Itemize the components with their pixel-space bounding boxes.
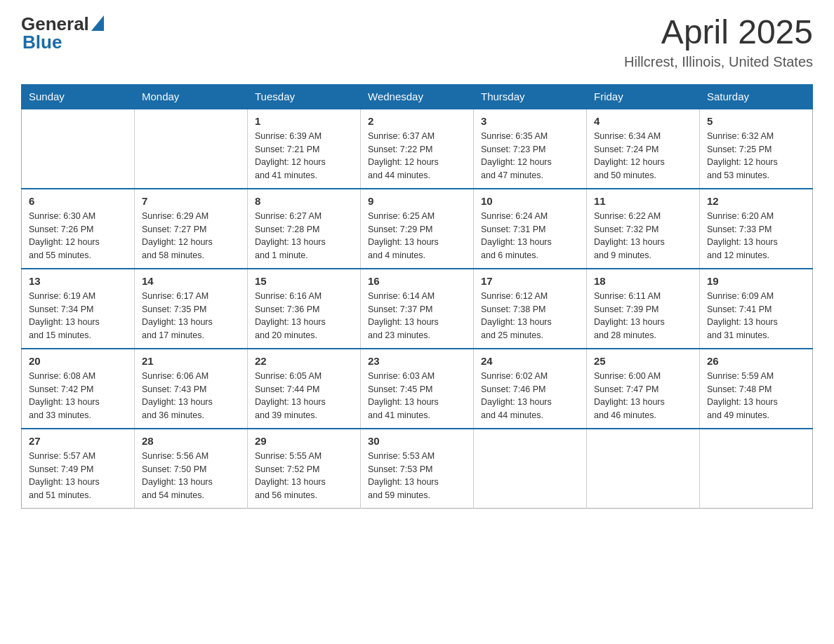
day-number: 4 [594,115,692,127]
day-info: Sunrise: 6:17 AMSunset: 7:35 PMDaylight:… [142,290,240,342]
calendar-header-wednesday: Wednesday [361,84,474,109]
logo-general: General [21,15,89,33]
day-info: Sunrise: 6:16 AMSunset: 7:36 PMDaylight:… [255,290,353,342]
day-number: 14 [142,275,240,287]
day-number: 18 [594,275,692,287]
day-info: Sunrise: 6:32 AMSunset: 7:25 PMDaylight:… [707,130,805,182]
day-info: Sunrise: 5:57 AMSunset: 7:49 PMDaylight:… [29,450,127,502]
calendar-header-thursday: Thursday [474,84,587,109]
calendar-header-saturday: Saturday [700,84,813,109]
calendar-cell: 24Sunrise: 6:02 AMSunset: 7:46 PMDayligh… [474,349,587,429]
calendar-cell: 15Sunrise: 6:16 AMSunset: 7:36 PMDayligh… [248,269,361,349]
calendar-cell: 8Sunrise: 6:27 AMSunset: 7:28 PMDaylight… [248,189,361,269]
calendar-cell: 16Sunrise: 6:14 AMSunset: 7:37 PMDayligh… [361,269,474,349]
calendar-cell: 9Sunrise: 6:25 AMSunset: 7:29 PMDaylight… [361,189,474,269]
day-number: 8 [255,195,353,207]
calendar-table: SundayMondayTuesdayWednesdayThursdayFrid… [21,84,813,509]
calendar-cell: 12Sunrise: 6:20 AMSunset: 7:33 PMDayligh… [700,189,813,269]
day-info: Sunrise: 6:08 AMSunset: 7:42 PMDaylight:… [29,370,127,422]
calendar-cell: 23Sunrise: 6:03 AMSunset: 7:45 PMDayligh… [361,349,474,429]
calendar-cell: 29Sunrise: 5:55 AMSunset: 7:52 PMDayligh… [248,429,361,509]
day-info: Sunrise: 6:06 AMSunset: 7:43 PMDaylight:… [142,370,240,422]
calendar-week-row: 13Sunrise: 6:19 AMSunset: 7:34 PMDayligh… [22,269,813,349]
calendar-cell: 5Sunrise: 6:32 AMSunset: 7:25 PMDaylight… [700,109,813,189]
day-number: 3 [481,115,579,127]
day-number: 16 [368,275,466,287]
day-number: 12 [707,195,805,207]
day-number: 10 [481,195,579,207]
calendar-cell: 17Sunrise: 6:12 AMSunset: 7:38 PMDayligh… [474,269,587,349]
day-number: 20 [29,355,127,367]
calendar-cell [22,109,135,189]
title-block: April 2025 Hillcrest, Illinois, United S… [624,14,813,70]
day-info: Sunrise: 6:05 AMSunset: 7:44 PMDaylight:… [255,370,353,422]
page-subtitle: Hillcrest, Illinois, United States [624,54,813,70]
calendar-header-tuesday: Tuesday [248,84,361,109]
calendar-cell: 30Sunrise: 5:53 AMSunset: 7:53 PMDayligh… [361,429,474,509]
calendar-cell: 25Sunrise: 6:00 AMSunset: 7:47 PMDayligh… [587,349,700,429]
calendar-header-monday: Monday [135,84,248,109]
calendar-cell: 28Sunrise: 5:56 AMSunset: 7:50 PMDayligh… [135,429,248,509]
calendar-cell: 11Sunrise: 6:22 AMSunset: 7:32 PMDayligh… [587,189,700,269]
day-info: Sunrise: 6:12 AMSunset: 7:38 PMDaylight:… [481,290,579,342]
day-number: 7 [142,195,240,207]
day-info: Sunrise: 5:56 AMSunset: 7:50 PMDaylight:… [142,450,240,502]
day-number: 27 [29,435,127,447]
calendar-cell: 1Sunrise: 6:39 AMSunset: 7:21 PMDaylight… [248,109,361,189]
day-info: Sunrise: 6:02 AMSunset: 7:46 PMDaylight:… [481,370,579,422]
day-number: 13 [29,275,127,287]
day-info: Sunrise: 6:22 AMSunset: 7:32 PMDaylight:… [594,210,692,262]
calendar-header-friday: Friday [587,84,700,109]
calendar-week-row: 27Sunrise: 5:57 AMSunset: 7:49 PMDayligh… [22,429,813,509]
calendar-cell: 7Sunrise: 6:29 AMSunset: 7:27 PMDaylight… [135,189,248,269]
calendar-cell: 22Sunrise: 6:05 AMSunset: 7:44 PMDayligh… [248,349,361,429]
day-info: Sunrise: 5:55 AMSunset: 7:52 PMDaylight:… [255,450,353,502]
day-number: 26 [707,355,805,367]
day-info: Sunrise: 6:24 AMSunset: 7:31 PMDaylight:… [481,210,579,262]
day-number: 23 [368,355,466,367]
day-number: 17 [481,275,579,287]
calendar-cell: 2Sunrise: 6:37 AMSunset: 7:22 PMDaylight… [361,109,474,189]
calendar-header-sunday: Sunday [22,84,135,109]
calendar-cell: 10Sunrise: 6:24 AMSunset: 7:31 PMDayligh… [474,189,587,269]
calendar-cell: 18Sunrise: 6:11 AMSunset: 7:39 PMDayligh… [587,269,700,349]
day-info: Sunrise: 6:14 AMSunset: 7:37 PMDaylight:… [368,290,466,342]
page-title: April 2025 [624,14,813,51]
day-number: 30 [368,435,466,447]
day-info: Sunrise: 6:09 AMSunset: 7:41 PMDaylight:… [707,290,805,342]
day-info: Sunrise: 6:34 AMSunset: 7:24 PMDaylight:… [594,130,692,182]
day-info: Sunrise: 6:00 AMSunset: 7:47 PMDaylight:… [594,370,692,422]
calendar-cell: 27Sunrise: 5:57 AMSunset: 7:49 PMDayligh… [22,429,135,509]
day-info: Sunrise: 5:53 AMSunset: 7:53 PMDaylight:… [368,450,466,502]
day-number: 2 [368,115,466,127]
calendar-week-row: 20Sunrise: 6:08 AMSunset: 7:42 PMDayligh… [22,349,813,429]
day-number: 9 [368,195,466,207]
day-info: Sunrise: 6:19 AMSunset: 7:34 PMDaylight:… [29,290,127,342]
logo: General Blue [21,14,104,51]
calendar-cell [135,109,248,189]
day-info: Sunrise: 6:27 AMSunset: 7:28 PMDaylight:… [255,210,353,262]
day-number: 11 [594,195,692,207]
day-number: 25 [594,355,692,367]
day-info: Sunrise: 6:30 AMSunset: 7:26 PMDaylight:… [29,210,127,262]
svg-marker-0 [91,15,104,31]
day-number: 1 [255,115,353,127]
calendar-header-row: SundayMondayTuesdayWednesdayThursdayFrid… [22,84,813,109]
calendar-cell: 19Sunrise: 6:09 AMSunset: 7:41 PMDayligh… [700,269,813,349]
day-number: 21 [142,355,240,367]
calendar-cell: 14Sunrise: 6:17 AMSunset: 7:35 PMDayligh… [135,269,248,349]
calendar-week-row: 6Sunrise: 6:30 AMSunset: 7:26 PMDaylight… [22,189,813,269]
day-number: 6 [29,195,127,207]
day-number: 29 [255,435,353,447]
day-info: Sunrise: 6:37 AMSunset: 7:22 PMDaylight:… [368,130,466,182]
day-info: Sunrise: 6:29 AMSunset: 7:27 PMDaylight:… [142,210,240,262]
page-header: General Blue April 2025 Hillcrest, Illin… [21,14,813,70]
calendar-cell: 4Sunrise: 6:34 AMSunset: 7:24 PMDaylight… [587,109,700,189]
logo-blue: Blue [22,33,104,51]
calendar-cell [474,429,587,509]
calendar-cell: 21Sunrise: 6:06 AMSunset: 7:43 PMDayligh… [135,349,248,429]
day-info: Sunrise: 6:35 AMSunset: 7:23 PMDaylight:… [481,130,579,182]
day-number: 28 [142,435,240,447]
calendar-cell: 3Sunrise: 6:35 AMSunset: 7:23 PMDaylight… [474,109,587,189]
day-info: Sunrise: 6:39 AMSunset: 7:21 PMDaylight:… [255,130,353,182]
